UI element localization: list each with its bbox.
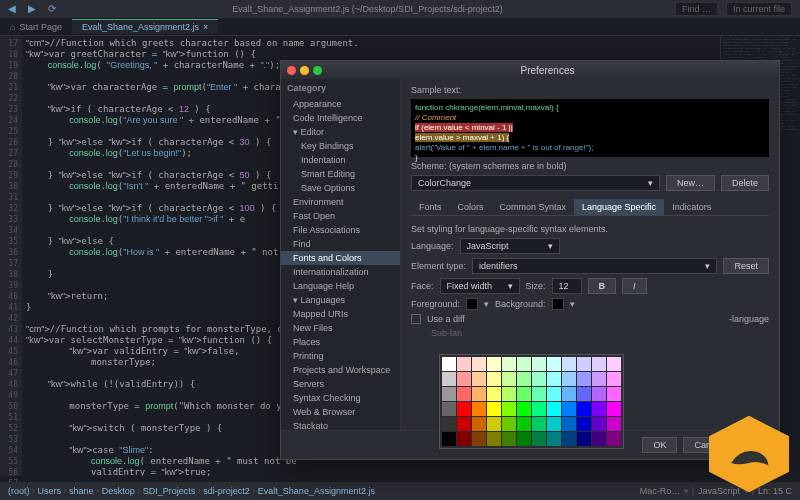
category-item[interactable]: ▾ Editor xyxy=(281,125,400,139)
color-swatch[interactable] xyxy=(487,357,501,371)
color-swatch[interactable] xyxy=(457,402,471,416)
color-swatch[interactable] xyxy=(577,372,591,386)
category-item[interactable]: Indentation xyxy=(281,153,400,167)
pref-tab[interactable]: Common Syntax xyxy=(492,199,575,215)
category-item[interactable]: Stackato xyxy=(281,419,400,430)
color-swatch[interactable] xyxy=(547,372,561,386)
nav-back-icon[interactable]: ◀ xyxy=(8,3,20,15)
color-swatch[interactable] xyxy=(487,372,501,386)
category-item[interactable]: Code Intelligence xyxy=(281,111,400,125)
pref-tab[interactable]: Language Specific xyxy=(574,199,664,215)
pref-tab[interactable]: Colors xyxy=(450,199,492,215)
color-swatch[interactable] xyxy=(502,417,516,430)
category-item[interactable]: Fast Open xyxy=(281,209,400,223)
category-item[interactable]: Environment xyxy=(281,195,400,209)
color-swatch[interactable] xyxy=(532,372,546,386)
category-item[interactable]: Servers xyxy=(281,377,400,391)
color-swatch[interactable] xyxy=(442,357,456,371)
language-select[interactable]: JavaScript▾ xyxy=(460,238,560,254)
color-swatch[interactable] xyxy=(532,417,546,430)
color-swatch[interactable] xyxy=(487,387,501,401)
ok-button[interactable]: OK xyxy=(642,437,677,453)
color-swatch[interactable] xyxy=(517,387,531,401)
color-swatch[interactable] xyxy=(517,372,531,386)
color-swatch[interactable] xyxy=(502,387,516,401)
color-swatch[interactable] xyxy=(517,357,531,371)
category-item[interactable]: Fonts and Colors xyxy=(281,251,400,265)
color-swatch[interactable] xyxy=(442,372,456,386)
color-swatch[interactable] xyxy=(607,417,621,430)
background-swatch[interactable] xyxy=(552,298,564,310)
color-swatch[interactable] xyxy=(517,402,531,416)
color-swatch[interactable] xyxy=(517,417,531,430)
color-swatch[interactable] xyxy=(607,402,621,416)
pref-tab[interactable]: Fonts xyxy=(411,199,450,215)
chevron-down-icon[interactable]: ▾ xyxy=(570,299,575,309)
color-swatch[interactable] xyxy=(562,357,576,371)
new-scheme-button[interactable]: New… xyxy=(666,175,715,191)
color-swatch[interactable] xyxy=(607,372,621,386)
color-swatch[interactable] xyxy=(442,417,456,430)
delete-scheme-button[interactable]: Delete xyxy=(721,175,769,191)
use-different-checkbox[interactable] xyxy=(411,314,421,324)
color-swatch[interactable] xyxy=(607,357,621,371)
category-item[interactable]: Internationalization xyxy=(281,265,400,279)
category-item[interactable]: Smart Editing xyxy=(281,167,400,181)
nav-fwd-icon[interactable]: ▶ xyxy=(28,3,40,15)
chevron-down-icon[interactable]: ▾ xyxy=(484,299,489,309)
status-encoding[interactable]: Mac-Ro… xyxy=(640,486,681,496)
dialog-titlebar[interactable]: Preferences xyxy=(281,61,779,79)
element-type-select[interactable]: identifiers▾ xyxy=(472,258,717,274)
color-swatch[interactable] xyxy=(532,402,546,416)
tab-file[interactable]: Evalt_Shane_Assignment2.js × xyxy=(72,19,218,34)
color-swatch[interactable] xyxy=(502,372,516,386)
color-swatch[interactable] xyxy=(502,357,516,371)
color-swatch[interactable] xyxy=(547,357,561,371)
color-swatch[interactable] xyxy=(562,402,576,416)
color-swatch[interactable] xyxy=(487,417,501,430)
close-icon[interactable]: × xyxy=(203,22,208,32)
toolbar-icon[interactable]: ⟳ xyxy=(48,3,60,15)
face-select[interactable]: Fixed width▾ xyxy=(440,278,520,294)
category-item[interactable]: File Associations xyxy=(281,223,400,237)
color-swatch[interactable] xyxy=(472,372,486,386)
category-item[interactable]: Projects and Workspace xyxy=(281,363,400,377)
color-swatch[interactable] xyxy=(442,387,456,401)
color-swatch[interactable] xyxy=(577,387,591,401)
color-swatch[interactable] xyxy=(457,372,471,386)
breadcrumb[interactable]: (root) › Users › shane › Desktop › SDI_P… xyxy=(8,486,375,496)
color-swatch[interactable] xyxy=(592,402,606,416)
color-swatch[interactable] xyxy=(547,402,561,416)
pref-tab[interactable]: Indicators xyxy=(664,199,719,215)
color-swatch[interactable] xyxy=(562,387,576,401)
category-item[interactable]: Find xyxy=(281,237,400,251)
category-item[interactable]: Syntax Checking xyxy=(281,391,400,405)
category-item[interactable]: Key Bindings xyxy=(281,139,400,153)
find-scope[interactable]: In current file xyxy=(726,2,792,16)
color-swatch[interactable] xyxy=(472,417,486,430)
tab-start-page[interactable]: ⌂ Start Page xyxy=(0,20,72,34)
color-swatch[interactable] xyxy=(502,402,516,416)
color-swatch[interactable] xyxy=(577,357,591,371)
category-item[interactable]: New Files xyxy=(281,321,400,335)
category-item[interactable]: Language Help xyxy=(281,279,400,293)
category-item[interactable]: Printing xyxy=(281,349,400,363)
color-swatch[interactable] xyxy=(487,402,501,416)
color-swatch[interactable] xyxy=(442,402,456,416)
color-swatch[interactable] xyxy=(472,387,486,401)
bold-button[interactable]: B xyxy=(588,278,617,294)
window-close-icon[interactable] xyxy=(287,66,296,75)
color-swatch[interactable] xyxy=(457,357,471,371)
color-swatch[interactable] xyxy=(547,387,561,401)
color-swatch[interactable] xyxy=(457,387,471,401)
color-swatch[interactable] xyxy=(592,417,606,430)
italic-button[interactable]: I xyxy=(622,278,647,294)
reset-button[interactable]: Reset xyxy=(723,258,769,274)
color-swatch[interactable] xyxy=(547,417,561,430)
color-swatch[interactable] xyxy=(592,387,606,401)
color-swatch[interactable] xyxy=(562,417,576,430)
category-item[interactable]: ▾ Languages xyxy=(281,293,400,307)
scheme-select[interactable]: ColorChange▾ xyxy=(411,175,660,191)
window-max-icon[interactable] xyxy=(313,66,322,75)
category-item[interactable]: Mapped URIs xyxy=(281,307,400,321)
